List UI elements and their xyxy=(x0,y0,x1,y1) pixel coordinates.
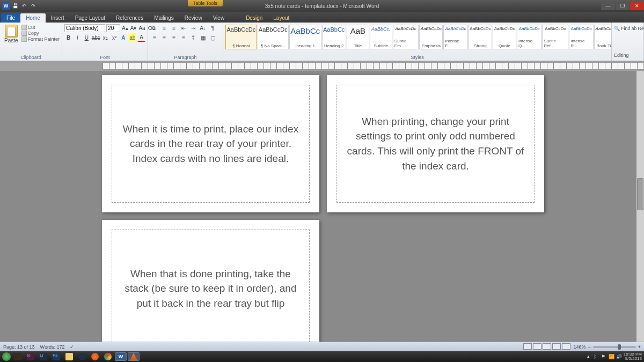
sort-button[interactable]: A↓ xyxy=(199,24,207,32)
underline-button[interactable]: U xyxy=(83,33,91,42)
style-intense-r-[interactable]: AaBbCcDcIntense R... xyxy=(569,25,594,49)
increase-indent-button[interactable]: ⇥ xyxy=(189,24,197,32)
tray-icon-2[interactable]: ⚑ xyxy=(601,354,606,359)
volume-icon[interactable]: 🔊 xyxy=(616,354,621,359)
style-subtle-em-[interactable]: AaBbCcDcSubtle Em... xyxy=(393,25,419,49)
close-button[interactable]: ✕ xyxy=(630,2,644,10)
align-right-button[interactable]: ≡ xyxy=(170,33,178,42)
tab-home[interactable]: Home xyxy=(20,13,46,23)
copy-button[interactable]: Copy xyxy=(21,31,60,36)
card-text[interactable]: When that is done printing, take the sta… xyxy=(122,267,299,311)
taskbar-vlc[interactable] xyxy=(128,352,140,361)
taskbar-indesign[interactable]: Id xyxy=(25,352,36,361)
tray-icon[interactable]: ▲ xyxy=(586,354,591,359)
proofing-icon[interactable]: ✓ xyxy=(70,344,74,350)
tab-design[interactable]: Design xyxy=(240,13,268,23)
superscript-button[interactable]: x² xyxy=(111,33,119,42)
taskbar-steam[interactable] xyxy=(76,352,88,361)
tab-insert[interactable]: Insert xyxy=(46,13,70,23)
style--no-spaci-[interactable]: AaBbCcDc¶ No Spaci... xyxy=(258,25,289,49)
replace-button[interactable]: ab Replace xyxy=(632,26,644,31)
horizontal-ruler[interactable] xyxy=(102,62,644,70)
shrink-font-button[interactable]: A▾ xyxy=(130,24,137,32)
tab-page-layout[interactable]: Page Layout xyxy=(70,13,111,23)
shading-button[interactable]: ▦ xyxy=(199,33,207,42)
page-status[interactable]: Page: 13 of 13 xyxy=(3,344,35,350)
taskbar-photoshop[interactable]: Ps xyxy=(50,352,62,361)
zoom-level[interactable]: 146% xyxy=(573,344,586,350)
tab-review[interactable]: Review xyxy=(179,13,208,23)
grow-font-button[interactable]: A▴ xyxy=(121,24,129,32)
change-case-button[interactable]: Aa xyxy=(138,24,145,32)
network-icon[interactable]: 📶 xyxy=(609,354,614,359)
style--normal[interactable]: AaBbCcDc¶ Normal xyxy=(225,25,257,49)
zoom-out-button[interactable]: − xyxy=(588,344,590,350)
undo-icon[interactable]: ↶ xyxy=(20,2,28,10)
zoom-slider[interactable] xyxy=(593,346,636,348)
vertical-scrollbar[interactable] xyxy=(636,71,644,342)
tab-layout[interactable]: Layout xyxy=(268,13,295,23)
system-clock[interactable]: 10:32 PM 9/5/2013 xyxy=(624,352,642,361)
font-name-select[interactable] xyxy=(64,24,105,32)
redo-icon[interactable]: ↷ xyxy=(30,2,37,10)
style-emphasis[interactable]: AaBbCcDcEmphasis xyxy=(419,25,443,49)
taskbar-bridge[interactable] xyxy=(12,352,24,361)
cut-button[interactable]: Cut xyxy=(21,25,60,30)
style-heading-2[interactable]: AaBbCcHeading 2 xyxy=(322,25,346,49)
tab-references[interactable]: References xyxy=(111,13,149,23)
index-card-1[interactable]: When it is time to print, place our inde… xyxy=(102,75,319,212)
highlight-button[interactable]: ab xyxy=(128,33,136,42)
style-book-title[interactable]: AaBbCcDcBook Title xyxy=(594,25,612,49)
tab-mailings[interactable]: Mailings xyxy=(149,13,179,23)
strike-button[interactable]: abc xyxy=(92,33,100,42)
style-intense-q-[interactable]: AaBbCcDcIntense Q... xyxy=(517,25,541,49)
style-subtitle[interactable]: AaBbCc.Subtitle xyxy=(370,25,392,49)
format-painter-button[interactable]: Format Painter xyxy=(21,36,60,42)
show-marks-button[interactable]: ¶ xyxy=(208,24,217,32)
zoom-in-button[interactable]: + xyxy=(638,344,641,350)
index-card-2[interactable]: When printing, change your print setting… xyxy=(327,75,544,212)
taskbar-firefox[interactable] xyxy=(89,352,101,361)
view-buttons[interactable] xyxy=(523,343,571,351)
justify-button[interactable]: ≡ xyxy=(179,33,188,42)
taskbar-lightroom[interactable]: Lr xyxy=(38,352,49,361)
align-left-button[interactable]: ≡ xyxy=(150,33,159,42)
align-center-button[interactable]: ≡ xyxy=(160,33,169,42)
taskbar-word[interactable]: W xyxy=(115,352,127,361)
style-title[interactable]: AaBTitle xyxy=(347,25,369,49)
scrollbar-thumb[interactable] xyxy=(637,178,643,210)
taskbar-explorer[interactable] xyxy=(63,352,75,361)
paste-button[interactable]: Paste xyxy=(2,24,20,45)
minimize-button[interactable]: — xyxy=(601,2,615,10)
card-text[interactable]: When printing, change your print setting… xyxy=(347,114,524,173)
index-card-3[interactable]: When that is done printing, take the sta… xyxy=(102,220,319,342)
style-subtle-ref-[interactable]: AaBbCcDcSubtle Ref... xyxy=(542,25,568,49)
tab-file[interactable]: File xyxy=(1,13,20,23)
maximize-button[interactable]: ❐ xyxy=(616,2,630,10)
card-text[interactable]: When it is time to print, place our inde… xyxy=(122,122,299,166)
document-area[interactable]: When it is time to print, place our inde… xyxy=(0,71,636,342)
style-strong[interactable]: AaBbCcDcStrong xyxy=(469,25,492,49)
italic-button[interactable]: I xyxy=(74,33,82,42)
style-quote[interactable]: AaBbCcDcQuote xyxy=(493,25,516,49)
line-spacing-button[interactable]: ‡ xyxy=(189,33,197,42)
bullet-list-button[interactable]: ≡ xyxy=(150,24,159,32)
save-icon[interactable]: 💾 xyxy=(11,2,19,10)
tab-view[interactable]: View xyxy=(208,13,230,23)
word-count[interactable]: Words: 172 xyxy=(40,344,65,350)
taskbar-chrome[interactable] xyxy=(102,352,114,361)
decrease-indent-button[interactable]: ⇤ xyxy=(179,24,188,32)
style-heading-1[interactable]: AaBbCcHeading 1 xyxy=(289,25,321,49)
start-button[interactable] xyxy=(2,352,11,361)
multilevel-list-button[interactable]: ≡ xyxy=(170,24,178,32)
font-color-button[interactable]: A xyxy=(137,33,145,42)
bluetooth-icon[interactable]: ᛒ xyxy=(594,354,599,359)
text-effects-button[interactable]: A xyxy=(119,33,127,42)
font-size-select[interactable] xyxy=(106,24,120,32)
bold-button[interactable]: B xyxy=(64,33,72,42)
number-list-button[interactable]: ≡ xyxy=(160,24,169,32)
subscript-button[interactable]: x₂ xyxy=(101,33,109,42)
find-button[interactable]: 🔍 Find xyxy=(614,26,631,31)
style-intense-e-[interactable]: AaBbCcDcIntense E... xyxy=(443,25,467,49)
borders-button[interactable]: ▢ xyxy=(208,33,217,42)
